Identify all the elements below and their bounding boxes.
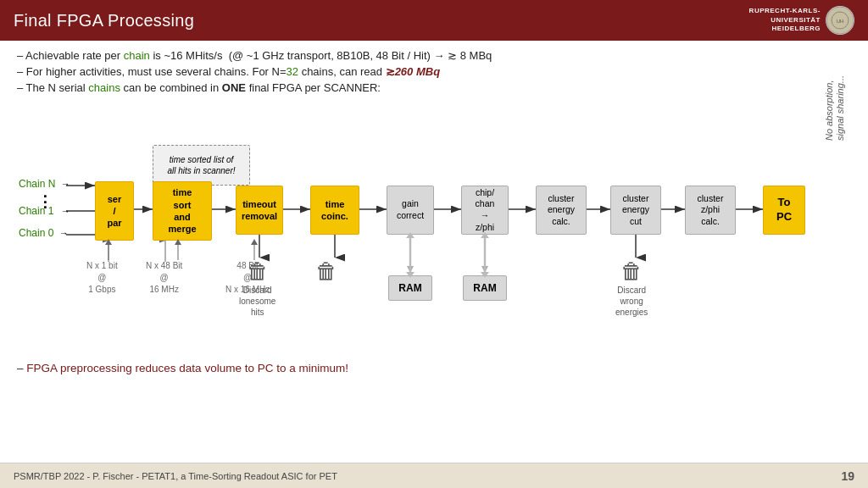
bullet-2: – For higher activities, must use severa… bbox=[17, 65, 851, 78]
side-annotation: No absorption,signal sharing... bbox=[824, 75, 846, 141]
cluster-energy-cut-box: clusterenergycut bbox=[610, 186, 661, 235]
footer-left: PSMR/TBP 2022 - P. Fischer - PETAT1, a T… bbox=[14, 471, 337, 481]
svg-marker-44 bbox=[251, 239, 258, 245]
bullet-3: – The N serial chains can be combined in… bbox=[17, 81, 851, 94]
trash-3-icon: 🗑 bbox=[620, 260, 643, 282]
svg-text:UH: UH bbox=[837, 19, 844, 24]
gain-correct-box: gaincorrect bbox=[387, 186, 434, 235]
ram-2-box: RAM bbox=[463, 275, 507, 301]
svg-marker-20 bbox=[407, 266, 414, 273]
bullet-list: – Achievable rate per chain is ~16 MHits… bbox=[17, 49, 851, 94]
time-sort-box: timesortandmerge bbox=[153, 181, 212, 241]
bottom-text: – FPGA preprocessing reduces data volume… bbox=[17, 362, 851, 374]
time-coinc-box: timecoinc. bbox=[310, 186, 359, 235]
bullet-1: – Achievable rate per chain is ~16 MHits… bbox=[17, 49, 851, 62]
university-name: RUPRECHT-KARLS-UNIVERSITÄTHEIDELBERG bbox=[749, 7, 821, 33]
cluster-zphi-box: clusterz/phicalc. bbox=[685, 186, 736, 235]
cluster-energy-calc-box: clusterenergycalc. bbox=[536, 186, 587, 235]
main-content: – Achievable rate per chain is ~16 MHits… bbox=[0, 41, 868, 456]
to-pc-box: ToPC bbox=[763, 186, 805, 235]
svg-marker-23 bbox=[481, 266, 488, 273]
header: Final FPGA Processing RUPRECHT-KARLS-UNI… bbox=[0, 0, 868, 41]
trash-3-label: Discardwrongenergies bbox=[615, 285, 648, 318]
chip-chan-box: chip/chan→z/phi bbox=[461, 186, 509, 235]
footer-page: 19 bbox=[841, 469, 854, 483]
ram-1-box: RAM bbox=[388, 275, 432, 301]
timeout-box: timeoutremoval bbox=[236, 186, 283, 235]
bullet-1-text: – Achievable rate per chain is ~16 MHits… bbox=[17, 49, 492, 62]
trash-3: 🗑 Discardwrongenergies bbox=[615, 260, 648, 318]
trash-2: 🗑 bbox=[315, 260, 337, 282]
bullet-2-text: – For higher activities, must use severa… bbox=[17, 65, 440, 78]
page-title: Final FPGA Processing bbox=[14, 11, 194, 30]
bottom-text-content: – FPGA preprocessing reduces data volume… bbox=[17, 362, 348, 374]
chain-0-label: Chain 0 → bbox=[19, 225, 69, 240]
chain-n-label: Chain N → bbox=[19, 175, 70, 191]
diagram: No absorption,signal sharing... bbox=[17, 101, 851, 355]
annot-1: N x 1 bit@1 Gbps bbox=[86, 260, 118, 296]
bullet-3-text: – The N serial chains can be combined in… bbox=[17, 81, 381, 94]
cloud-box: time sorted list ofall hits in scanner! bbox=[153, 145, 250, 186]
footer: PSMR/TBP 2022 - P. Fischer - PETAT1, a T… bbox=[0, 463, 868, 488]
chain-1-label: Chain 1 → bbox=[19, 202, 70, 218]
logo-area: RUPRECHT-KARLS-UNIVERSITÄTHEIDELBERG UH bbox=[749, 6, 854, 35]
ser-par-box: ser/par bbox=[95, 181, 134, 241]
annot-2: N x 48 Bit@16 MHz bbox=[146, 260, 182, 296]
university-seal: UH bbox=[826, 6, 854, 35]
annot-3: 48 Bit@N x 16 MHz bbox=[225, 260, 270, 296]
trash-2-icon: 🗑 bbox=[315, 260, 337, 282]
